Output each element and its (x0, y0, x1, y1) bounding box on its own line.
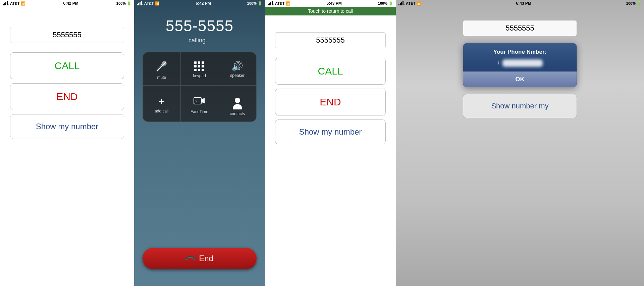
battery-icon-s3: 🔋 (388, 1, 393, 6)
speaker-label-s2: speaker (230, 73, 245, 78)
status-bar-s1: AT&T 📶 6:42 PM 100% 🔋 (0, 0, 134, 7)
calling-status-s2: calling... (189, 37, 211, 44)
phone-number-dialog-s4: Your Phone Nmber: + OK (463, 43, 577, 87)
add-call-button-s2[interactable]: + add call (143, 86, 181, 122)
facetime-label-s2: FaceTime (191, 109, 208, 114)
battery-s4: 100% 🔋 (626, 1, 641, 6)
dialog-title-s4: Your Phone Nmber: (463, 43, 577, 58)
signal-bars-s4 (398, 1, 405, 5)
signal-bars-s2 (137, 1, 143, 5)
signal-bars-s3 (268, 1, 274, 5)
speaker-icon-s2: 🔊 (231, 62, 243, 71)
screen3: AT&T 📶 6:43 PM 100% 🔋 Touch to return to… (265, 0, 396, 286)
speaker-button-s2[interactable]: 🔊 speaker (218, 52, 256, 86)
status-bar-s2: AT&T 📶 6:42 PM 100% 🔋 (134, 0, 265, 7)
end-button-s1[interactable]: END (10, 83, 124, 110)
show-number-button-s1[interactable]: Show my number (10, 114, 124, 139)
contacts-icon-s2 (233, 93, 242, 109)
end-btn-text-s2: End (199, 254, 213, 263)
s3-main-content: 5555555 CALL END Show my number (265, 15, 396, 286)
keypad-button-s2[interactable]: keypad (181, 52, 219, 86)
end-btn-wrap-s2: 📞 End (143, 248, 257, 269)
screen4: AT&T 📶 6:43 PM 100% 🔋 5555555 Your Phone… (396, 0, 644, 286)
end-button-s3[interactable]: END (275, 89, 386, 115)
battery-label-s2: 100% (247, 1, 257, 5)
dialog-ok-button-s4[interactable]: OK (463, 72, 577, 87)
mute-icon-s2: 🎤 (156, 60, 167, 73)
battery-s3: 100% 🔋 (378, 1, 393, 6)
carrier-label-s4: AT&T (406, 1, 416, 5)
phone-input-s4[interactable]: 5555555 (463, 20, 577, 36)
status-bar-s4: AT&T 📶 6:43 PM 100% 🔋 (396, 0, 644, 7)
wifi-icon-s2: 📶 (155, 1, 160, 6)
wifi-icon-s3: 📶 (286, 1, 290, 6)
time-s1: 6:42 PM (63, 1, 78, 6)
phone-input-s3[interactable]: 5555555 (275, 32, 386, 48)
battery-s2: 100% 🔋 (247, 1, 262, 6)
wifi-icon-s4: 📶 (417, 1, 421, 6)
dialog-plus-s4: + (497, 60, 501, 67)
status-carrier-s2: AT&T 📶 (137, 1, 160, 6)
mute-label-s2: mute (157, 75, 166, 80)
svg-marker-1 (201, 98, 205, 103)
signal-bars-s1 (3, 1, 9, 5)
contacts-label-s2: contacts (230, 111, 245, 116)
battery-icon-s2: 🔋 (258, 1, 262, 6)
battery-label-s4: 100% (626, 1, 636, 5)
call-button-s1[interactable]: CALL (10, 52, 124, 79)
battery-s1: 100% 🔋 (116, 1, 131, 6)
carrier-label-s3: AT&T (275, 1, 285, 5)
dialog-blurred-number-s4 (502, 59, 543, 67)
screen1: AT&T 📶 6:42 PM 100% 🔋 5555555 CALL END S… (0, 0, 134, 286)
status-carrier-s4: AT&T 📶 (398, 1, 421, 6)
call-button-s3[interactable]: CALL (275, 58, 386, 85)
show-number-button-s3[interactable]: Show my number (275, 120, 386, 144)
facetime-button-s2[interactable]: ? FaceTime (181, 86, 219, 122)
battery-label-s3: 100% (378, 1, 387, 5)
battery-icon-s1: 🔋 (127, 1, 131, 6)
show-number-button-s4[interactable]: Show number my (463, 94, 577, 118)
dialog-phone-row-s4: + (463, 58, 577, 72)
phone-input-s1[interactable]: 5555555 (10, 27, 124, 43)
keypad-icon-s2 (194, 61, 204, 72)
status-carrier-s1: AT&T 📶 (3, 1, 25, 6)
touch-to-return-bar-s3[interactable]: Touch to return to call (265, 7, 396, 15)
dialed-number-s2: 555-5555 (166, 17, 233, 35)
phone-hangup-icon-s2: 📞 (184, 252, 197, 265)
plus-icon-s2: + (158, 96, 165, 107)
s1-main-content: 5555555 CALL END Show my number (0, 7, 134, 286)
status-carrier-s3: AT&T 📶 (268, 1, 290, 6)
end-call-button-s2[interactable]: 📞 End (143, 248, 257, 269)
contacts-button-s2[interactable]: contacts (218, 86, 256, 122)
carrier-label-s2: AT&T (144, 1, 154, 5)
battery-icon-s4: 🔋 (637, 1, 641, 6)
time-s2: 6:42 PM (196, 1, 211, 6)
call-buttons-grid-s2: 🎤 mute keypad 🔊 speaker + (143, 52, 257, 122)
time-s3: 6:43 PM (327, 1, 342, 6)
mute-button-s2[interactable]: 🎤 mute (143, 52, 181, 86)
add-call-label-s2: add call (155, 109, 168, 113)
keypad-label-s2: keypad (193, 74, 206, 78)
screen2: AT&T 📶 6:42 PM 100% 🔋 555-5555 calling..… (134, 0, 265, 286)
facetime-icon-s2: ? (193, 95, 205, 107)
wifi-icon-s1: 📶 (21, 1, 25, 6)
s4-main-content: 5555555 Your Phone Nmber: + OK Show numb… (396, 7, 644, 128)
battery-label-s1: 100% (116, 1, 126, 5)
carrier-label-s1: AT&T (10, 1, 20, 5)
status-bar-s3: AT&T 📶 6:43 PM 100% 🔋 (265, 0, 396, 7)
time-s4: 6:43 PM (516, 1, 531, 6)
svg-text:?: ? (195, 99, 197, 103)
